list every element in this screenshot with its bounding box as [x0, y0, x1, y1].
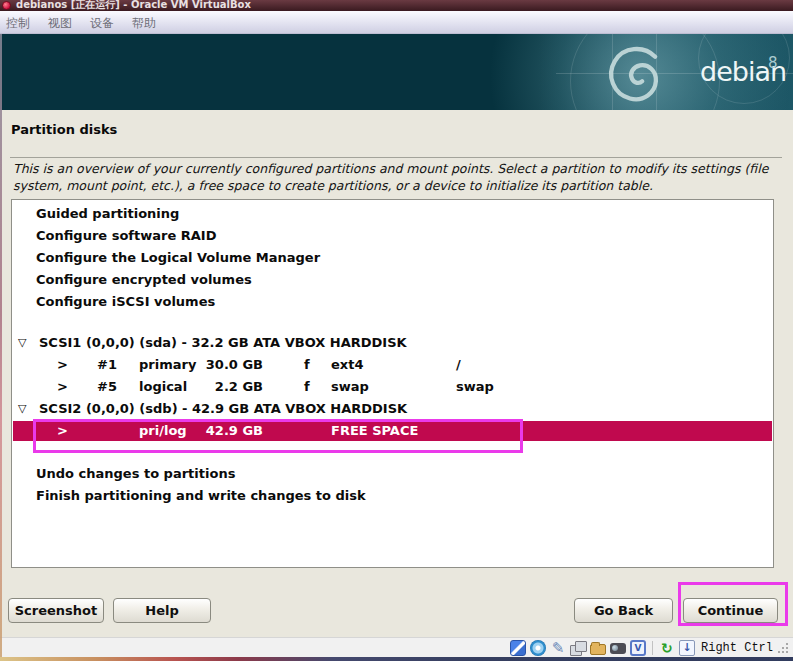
keyboard-capture-icon[interactable]: ↓ — [679, 640, 695, 656]
list-item-configure-encrypted[interactable]: Configure encrypted volumes — [13, 269, 772, 291]
list-item-undo-changes[interactable]: Undo changes to partitions — [13, 463, 772, 485]
list-item-configure-raid[interactable]: Configure software RAID — [13, 225, 772, 247]
network-icon[interactable] — [570, 640, 586, 656]
partition-row-sda5[interactable]: > #5 logical 2.2 GB f swap swap — [13, 376, 772, 398]
expander-icon[interactable]: ▽ — [18, 332, 26, 354]
list-item-configure-lvm[interactable]: Configure the Logical Volume Manager — [13, 247, 772, 269]
partition-row-sda1[interactable]: > #1 primary 30.0 GB f ext4 / — [13, 354, 772, 376]
optical-disc-icon[interactable] — [530, 640, 546, 656]
statusbar: ✎ V ↻ ↓ Right Ctrl — [0, 637, 793, 657]
menu-item-control[interactable]: 控制 — [6, 15, 30, 32]
page-title: Partition disks — [11, 122, 117, 137]
statusbar-separator — [652, 641, 653, 655]
list-item-finish-partitioning[interactable]: Finish partitioning and write changes to… — [13, 485, 772, 507]
harddisk-icon[interactable] — [510, 640, 526, 656]
window-title: debianos [正在运行] - Oracle VM VirtualBox — [16, 0, 251, 11]
debian-banner: debian 8 — [0, 34, 793, 110]
row-arrow: > — [57, 421, 68, 441]
menu-item-help[interactable]: 帮助 — [132, 15, 156, 32]
partition-list: Guided partitioning Configure software R… — [11, 199, 774, 568]
list-item-configure-iscsi[interactable]: Configure iSCSI volumes — [13, 291, 772, 313]
menu-item-devices[interactable]: 设备 — [90, 15, 114, 32]
usb-icon[interactable]: ✎ — [550, 640, 566, 656]
header-separator — [10, 157, 782, 158]
row-arrow: > — [57, 376, 68, 398]
screenshot-button[interactable]: Screenshot — [8, 598, 104, 623]
virtualbox-logo-icon — [2, 1, 11, 10]
help-button[interactable]: Help — [113, 598, 211, 623]
continue-button[interactable]: Continue — [683, 598, 778, 623]
menu-item-view[interactable]: 视图 — [48, 15, 72, 32]
shared-folder-icon[interactable] — [590, 644, 606, 655]
partition-row-sdb-free-space-selected[interactable]: > pri/log 42.9 GB FREE SPACE — [13, 421, 772, 441]
features-chip-icon[interactable]: V — [630, 640, 646, 656]
debian-version: 8 — [768, 54, 778, 72]
list-item-guided-partitioning[interactable]: Guided partitioning — [13, 203, 772, 225]
go-back-button[interactable]: Go Back — [574, 598, 673, 623]
video-capture-icon[interactable] — [610, 643, 626, 654]
mouse-integration-icon[interactable]: ↻ — [659, 640, 675, 656]
window-left-border — [0, 34, 2, 657]
window-bottom-border — [0, 657, 793, 661]
row-arrow: > — [57, 354, 68, 376]
window-titlebar[interactable]: debianos [正在运行] - Oracle VM VirtualBox — [0, 0, 793, 11]
expander-icon[interactable]: ▽ — [18, 398, 26, 420]
host-key-label: Right Ctrl — [701, 641, 773, 655]
page-description: This is an overview of your currently co… — [13, 161, 779, 194]
resize-grip[interactable] — [777, 642, 789, 654]
menubar: 控制 视图 设备 帮助 — [0, 11, 793, 34]
disk-row-sdb[interactable]: ▽ SCSI2 (0,0,0) (sdb) - 42.9 GB ATA VBOX… — [13, 398, 772, 420]
virtualbox-window: debianos [正在运行] - Oracle VM VirtualBox 控… — [0, 0, 793, 661]
disk-row-sda[interactable]: ▽ SCSI1 (0,0,0) (sda) - 32.2 GB ATA VBOX… — [13, 332, 772, 354]
debian-swirl-logo — [598, 38, 672, 110]
